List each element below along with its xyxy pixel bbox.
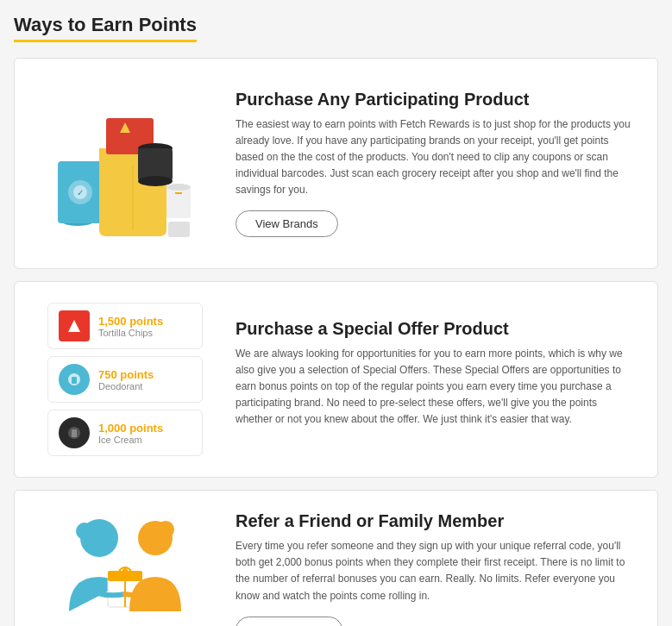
svg-point-27 bbox=[157, 521, 174, 538]
svg-point-26 bbox=[76, 523, 93, 540]
offer-item-2: 750 points Deodorant bbox=[47, 356, 203, 403]
offer-points-2: 750 points bbox=[98, 368, 154, 381]
card-special-offer: 1,500 points Tortilla Chips 750 points D… bbox=[14, 281, 658, 478]
card-desc-refer: Every time you refer someone and they si… bbox=[236, 538, 633, 604]
view-brands-button[interactable]: View Brands bbox=[236, 210, 338, 237]
svg-text:✓: ✓ bbox=[77, 188, 84, 197]
card-title-purchase: Purchase Any Participating Product bbox=[236, 90, 633, 110]
offer-icon-icecream bbox=[59, 417, 90, 448]
offer-product-1: Tortilla Chips bbox=[98, 328, 163, 338]
svg-rect-17 bbox=[72, 377, 77, 384]
page-title: Ways to Earn Points bbox=[14, 14, 197, 42]
offer-item-3: 1,000 points Ice Cream bbox=[47, 410, 203, 456]
card-content-purchase: Purchase Any Participating Product The e… bbox=[236, 90, 633, 238]
card-content-refer: Refer a Friend or Family Member Every ti… bbox=[236, 511, 633, 626]
svg-point-11 bbox=[138, 176, 173, 186]
offer-points-1: 1,500 points bbox=[98, 315, 163, 328]
grocery-illustration: ✓ bbox=[39, 79, 211, 247]
svg-marker-15 bbox=[68, 320, 80, 332]
svg-rect-14 bbox=[168, 222, 190, 237]
offer-points-3: 1,000 points bbox=[98, 422, 163, 435]
offer-icon-chips bbox=[59, 310, 90, 341]
svg-rect-5 bbox=[62, 213, 93, 223]
card-desc-purchase: The easiest way to earn points with Fetc… bbox=[236, 116, 633, 199]
card-desc-special-offer: We are always looking for opportunities … bbox=[236, 346, 633, 429]
offer-product-3: Ice Cream bbox=[98, 435, 163, 445]
referral-illustration bbox=[39, 512, 211, 626]
invite-friends-button[interactable]: Invite Friends bbox=[236, 617, 342, 626]
card-purchase-product: ✓ Purchase Any Participating Pr bbox=[14, 58, 658, 269]
card-title-refer: Refer a Friend or Family Member bbox=[236, 511, 633, 531]
offers-illustration: 1,500 points Tortilla Chips 750 points D… bbox=[39, 303, 211, 456]
svg-rect-12 bbox=[166, 187, 191, 218]
svg-rect-19 bbox=[72, 429, 77, 437]
svg-point-24 bbox=[122, 568, 128, 573]
offer-item-1: 1,500 points Tortilla Chips bbox=[47, 303, 203, 349]
card-content-special-offer: Purchase a Special Offer Product We are … bbox=[236, 319, 633, 441]
svg-point-13 bbox=[166, 184, 191, 191]
card-refer-friend: Refer a Friend or Family Member Every ti… bbox=[14, 490, 658, 626]
offer-icon-deodorant bbox=[59, 364, 90, 395]
card-title-special-offer: Purchase a Special Offer Product bbox=[236, 319, 633, 339]
offer-product-2: Deodorant bbox=[98, 381, 154, 391]
